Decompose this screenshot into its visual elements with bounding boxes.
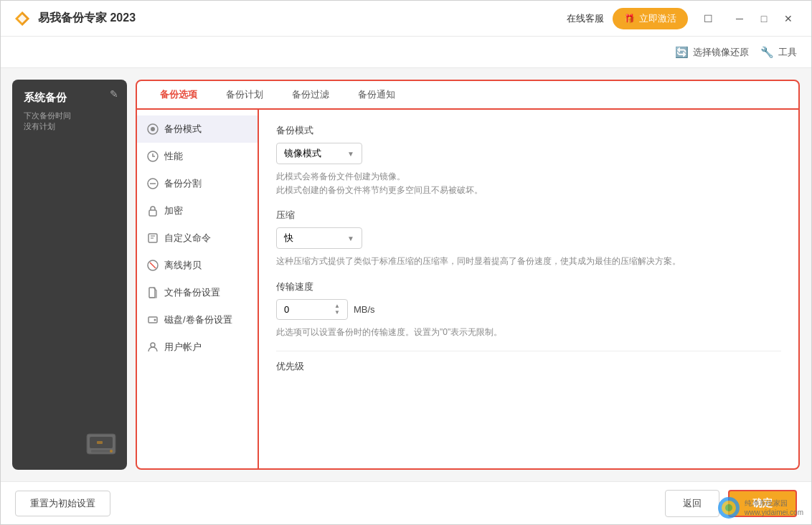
menu-item-disk-backup-settings[interactable]: 磁盘/卷备份设置 — [137, 306, 258, 334]
compression-desc: 这种压缩方式提供了类似于标准压缩的压缩率，同时显着提高了备份速度，使其成为最佳的… — [276, 255, 781, 268]
backup-mode-dropdown-row: 镜像模式 ▼ — [276, 143, 781, 164]
svg-rect-5 — [91, 450, 111, 453]
backup-split-icon — [147, 178, 159, 189]
tab-backup-plan[interactable]: 备份计划 — [212, 81, 278, 110]
partial-label: 优先级 — [276, 351, 781, 373]
tabs-bar: 备份选项 备份计划 备份过滤 备份通知 — [137, 81, 798, 110]
backup-mode-dropdown[interactable]: 镜像模式 ▼ — [276, 143, 362, 164]
compression-dropdown-arrow: ▼ — [347, 235, 354, 242]
menu-item-offline-copy[interactable]: 离线拷贝 — [137, 252, 258, 279]
backup-mode-desc: 此模式会将备份文件创建为镜像。 此模式创建的备份文件将节约更多空间且不易被破坏。 — [276, 170, 781, 197]
backup-mode-dropdown-arrow: ▼ — [347, 150, 354, 158]
close-button[interactable]: ✕ — [777, 7, 800, 30]
svg-point-22 — [151, 343, 155, 347]
online-service-btn[interactable]: 在线客服 — [567, 12, 604, 25]
footer: 重置为初始设置 返回 确定 — [1, 481, 811, 524]
menu-item-encrypt[interactable]: 加密 — [137, 197, 258, 224]
watermark-logo-icon — [717, 496, 740, 519]
tools-button[interactable]: 🔧 工具 — [760, 46, 797, 59]
menu-item-performance[interactable]: 性能 — [137, 143, 258, 170]
content-area: ✎ 系统备份 下次备份时间 没有计划 备份选项 — [1, 68, 811, 481]
back-button[interactable]: 返回 — [665, 490, 719, 517]
transfer-speed-section: 传输速度 0 ▲ ▼ MB/s 此选项可以设置备份时的传输速度。 — [276, 280, 781, 339]
custom-command-icon — [147, 232, 159, 244]
logo-icon — [12, 9, 32, 29]
svg-point-21 — [154, 319, 156, 321]
restore-icon: 🔄 — [675, 46, 689, 59]
minimize-button[interactable]: ─ — [728, 7, 751, 30]
sidebar-panel: ✎ 系统备份 下次备份时间 没有计划 — [12, 80, 127, 470]
sidebar-edit-button[interactable]: ✎ — [110, 88, 118, 100]
menu-item-custom-command[interactable]: 自定义命令 — [137, 224, 258, 252]
backup-mode-section: 备份模式 镜像模式 ▼ 此模式会将备份文件创建为镜像。 此模式创建的备份文件将节… — [276, 124, 781, 197]
backup-device-icon — [84, 427, 118, 461]
user-account-icon — [147, 341, 159, 353]
menu-item-backup-mode[interactable]: 备份模式 — [137, 115, 258, 143]
restore-mirror-button[interactable]: 🔄 选择镜像还原 — [675, 46, 749, 59]
window-controls: ─ □ ✕ — [728, 7, 800, 30]
watermark-text: 纯净系统家园 www.yidaimei.com — [745, 498, 803, 517]
backup-mode-icon — [147, 123, 159, 135]
footer-left: 重置为初始设置 — [15, 491, 110, 516]
main-window: 易我备份专家 2023 在线客服 🎁 立即激活 ☐ ─ □ ✕ 🔄 选择镜像还原… — [0, 0, 812, 525]
toolbar: 🔄 选择镜像还原 🔧 工具 — [1, 37, 811, 68]
tab-backup-notify[interactable]: 备份通知 — [344, 81, 410, 110]
speed-unit: MB/s — [354, 304, 375, 315]
svg-rect-7 — [97, 441, 103, 444]
file-backup-settings-icon — [147, 287, 159, 298]
sidebar-panel-title: 系统备份 — [24, 91, 115, 105]
panel-body: 备份模式 性能 备份分割 — [137, 110, 798, 468]
svg-point-25 — [725, 504, 732, 511]
svg-point-9 — [151, 127, 155, 131]
sidebar-no-plan: 没有计划 — [24, 121, 115, 132]
performance-icon — [147, 151, 159, 162]
menu-item-user-account[interactable]: 用户帐户 — [137, 334, 258, 361]
maximize-button[interactable]: □ — [752, 7, 775, 30]
taskbar-button[interactable]: ☐ — [697, 7, 719, 30]
compression-dropdown[interactable]: 快 ▼ — [276, 227, 362, 249]
compression-dropdown-row: 快 ▼ — [276, 227, 781, 249]
speed-up-arrow[interactable]: ▲ — [334, 303, 340, 309]
tools-icon: 🔧 — [760, 46, 774, 59]
transfer-speed-desc: 此选项可以设置备份时的传输速度。设置为"0"表示无限制。 — [276, 326, 781, 339]
sidebar-next-backup-label: 下次备份时间 — [24, 110, 115, 121]
titlebar: 易我备份专家 2023 在线客服 🎁 立即激活 ☐ ─ □ ✕ — [1, 1, 811, 37]
transfer-speed-input[interactable]: 0 ▲ ▼ — [276, 299, 348, 320]
menu-item-file-backup-settings[interactable]: 文件备份设置 — [137, 279, 258, 306]
speed-spinner[interactable]: ▲ ▼ — [334, 303, 340, 316]
tab-backup-filter[interactable]: 备份过滤 — [278, 81, 344, 110]
left-menu: 备份模式 性能 备份分割 — [137, 110, 259, 468]
svg-line-18 — [150, 262, 156, 268]
watermark: 纯净系统家园 www.yidaimei.com — [717, 496, 803, 519]
titlebar-actions: 在线客服 🎁 立即激活 ☐ — [567, 7, 719, 30]
svg-rect-19 — [149, 288, 155, 298]
gift-icon: 🎁 — [624, 14, 635, 24]
svg-point-6 — [110, 450, 113, 453]
compression-section: 压缩 快 ▼ 这种压缩方式提供了类似于标准压缩的压缩率，同时显着提高了备份速度，… — [276, 209, 781, 268]
right-content: 备份模式 镜像模式 ▼ 此模式会将备份文件创建为镜像。 此模式创建的备份文件将节… — [259, 110, 798, 468]
svg-rect-13 — [149, 210, 156, 216]
speed-down-arrow[interactable]: ▼ — [334, 310, 340, 316]
transfer-speed-input-row: 0 ▲ ▼ MB/s — [276, 299, 781, 320]
offline-copy-icon — [147, 260, 159, 271]
activate-button[interactable]: 🎁 立即激活 — [613, 8, 688, 29]
menu-item-backup-split[interactable]: 备份分割 — [137, 170, 258, 197]
tab-backup-options[interactable]: 备份选项 — [146, 81, 212, 110]
encrypt-icon — [147, 205, 159, 217]
backup-mode-label: 备份模式 — [276, 124, 781, 137]
main-panel: 备份选项 备份计划 备份过滤 备份通知 — [136, 80, 800, 470]
compression-label: 压缩 — [276, 209, 781, 222]
disk-backup-settings-icon — [147, 314, 159, 326]
reset-button[interactable]: 重置为初始设置 — [15, 491, 110, 516]
app-logo: 易我备份专家 2023 — [12, 9, 136, 29]
app-title: 易我备份专家 2023 — [38, 11, 136, 26]
transfer-speed-label: 传输速度 — [276, 280, 781, 293]
